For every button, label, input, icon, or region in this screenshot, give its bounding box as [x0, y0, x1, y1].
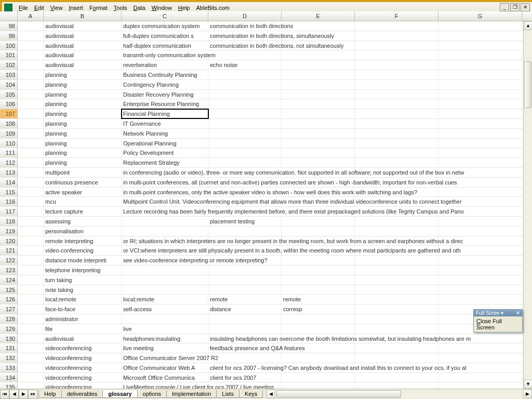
sheet-tab-implementation[interactable]: Implementation	[166, 390, 217, 398]
table-row[interactable]: 128administrator	[1, 314, 532, 324]
full-screen-toolbar[interactable]: Full Scree ▾ ✕ Close Full Screen	[473, 309, 523, 332]
cell[interactable]: half-duplex communication	[122, 41, 208, 50]
cell[interactable]: turn taking	[44, 275, 122, 285]
cell[interactable]	[18, 99, 44, 109]
cell[interactable]: communication in both directions	[208, 21, 282, 31]
cell[interactable]	[18, 275, 44, 285]
cell[interactable]	[208, 227, 282, 236]
scroll-up-arrow[interactable]: ▲	[524, 21, 532, 30]
table-row[interactable]: 110planningOperational Planning	[1, 139, 532, 149]
row-header[interactable]: 126	[1, 295, 18, 304]
cell[interactable]	[355, 139, 438, 148]
row-header[interactable]: 117	[1, 207, 18, 216]
cell[interactable]: Operational Planning	[122, 139, 208, 148]
cell[interactable]	[355, 70, 438, 79]
cell[interactable]	[18, 343, 44, 353]
cell[interactable]	[438, 275, 522, 285]
cell[interactable]: local;remote	[122, 295, 208, 304]
row-header[interactable]: 111	[1, 148, 18, 157]
cell[interactable]	[438, 41, 522, 50]
row-header[interactable]: 122	[1, 256, 18, 265]
cell[interactable]	[18, 295, 44, 304]
cell[interactable]	[18, 246, 44, 255]
cell[interactable]: or RI; situations in which interpreters …	[122, 236, 208, 246]
cell[interactable]: planning	[44, 109, 122, 118]
col-header-E[interactable]: E	[282, 11, 355, 21]
grid-rows[interactable]: 98audiovisualduplex communication system…	[1, 21, 532, 389]
cell[interactable]	[208, 314, 282, 324]
row-header[interactable]: 119	[1, 227, 18, 236]
cell[interactable]	[355, 314, 438, 324]
table-row[interactable]: 131videoconferencinglive meetingfeedback…	[1, 343, 532, 353]
menu-ablebitscom[interactable]: AbleBits.com	[193, 4, 232, 12]
cell[interactable]: remote	[282, 295, 355, 304]
cell[interactable]: in multi-point conferences, only the act…	[122, 188, 208, 197]
table-row[interactable]: 130audiovisualheadphones:insulatinginsul…	[1, 334, 532, 344]
cell[interactable]	[355, 50, 438, 60]
cell[interactable]: face-to-face	[44, 304, 122, 314]
cell[interactable]: planning	[44, 119, 122, 128]
cell[interactable]: planning	[44, 70, 122, 79]
cell[interactable]: videoconferencing	[44, 382, 122, 389]
close-button[interactable]: ✕	[521, 3, 530, 11]
vscroll-thumb[interactable]	[524, 61, 531, 108]
cell[interactable]	[438, 50, 522, 60]
table-row[interactable]: 114continuous presencein multi-point con…	[1, 178, 532, 188]
cell[interactable]	[122, 217, 208, 226]
cell[interactable]: live	[122, 324, 208, 334]
cell[interactable]: audiovisual	[44, 60, 122, 70]
cell[interactable]	[208, 70, 282, 79]
minimize-button[interactable]: _	[500, 3, 509, 11]
table-row[interactable]: 120remote interpretingor RI; situations …	[1, 236, 532, 246]
sheet-tab-lists[interactable]: Lists	[216, 390, 240, 398]
cell[interactable]: IT Governance	[122, 119, 208, 128]
cell[interactable]	[438, 21, 522, 31]
cell[interactable]	[18, 285, 44, 295]
cell[interactable]	[208, 324, 282, 334]
cell[interactable]: video-conferencing	[44, 246, 122, 255]
cell[interactable]	[282, 227, 355, 236]
cell[interactable]	[282, 50, 355, 60]
cell[interactable]: personalisation	[44, 227, 122, 236]
cell[interactable]	[355, 109, 438, 118]
sheet-tab-deliverables[interactable]: deliverables	[61, 390, 103, 398]
cell[interactable]	[282, 275, 355, 285]
cell[interactable]	[18, 41, 44, 50]
cell[interactable]	[355, 295, 438, 304]
table-row[interactable]: 99audiovisualfull-duplex communication s…	[1, 31, 532, 41]
row-header[interactable]: 127	[1, 304, 18, 314]
cell[interactable]: client for ocs 2007	[208, 373, 282, 382]
select-all-corner[interactable]	[1, 11, 18, 21]
cell[interactable]	[438, 139, 522, 148]
cell[interactable]	[282, 119, 355, 128]
cell[interactable]	[18, 129, 44, 138]
cell[interactable]	[438, 343, 522, 353]
row-header[interactable]: 101	[1, 50, 18, 60]
cell[interactable]	[18, 21, 44, 31]
col-header-A[interactable]: A	[18, 11, 44, 21]
table-row[interactable]: 112planningReplacement Strategy	[1, 158, 532, 168]
table-row[interactable]: 133videoconferencingOffice Communicator …	[1, 363, 532, 373]
cell[interactable]	[355, 304, 438, 314]
cell[interactable]: mcu	[44, 197, 122, 206]
cell[interactable]: Financial Planning	[122, 109, 208, 118]
cell[interactable]	[438, 70, 522, 79]
cell[interactable]	[355, 285, 438, 295]
cell[interactable]	[18, 178, 44, 187]
cell[interactable]	[18, 80, 44, 89]
cell[interactable]: planning	[44, 80, 122, 89]
cell[interactable]	[18, 314, 44, 324]
row-header[interactable]: 98	[1, 21, 18, 31]
table-row[interactable]: 100audiovisualhalf-duplex communicationc…	[1, 41, 532, 51]
cell[interactable]	[438, 295, 522, 304]
cell[interactable]: note taking	[44, 285, 122, 295]
table-row[interactable]: 123telephone interpreting	[1, 265, 532, 275]
cell[interactable]	[438, 90, 522, 99]
cell[interactable]: Lecture recording has been fairly freque…	[122, 207, 208, 216]
cell[interactable]	[18, 256, 44, 265]
cell[interactable]	[355, 60, 438, 70]
cell[interactable]: planning	[44, 129, 122, 138]
row-header[interactable]: 135	[1, 382, 18, 389]
cell[interactable]: administrator	[44, 314, 122, 324]
cell[interactable]	[208, 129, 282, 138]
